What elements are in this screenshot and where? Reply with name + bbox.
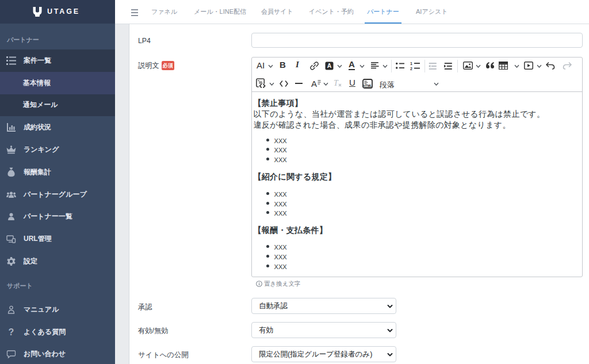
svg-text:T: T xyxy=(334,79,339,87)
svg-text:HTML: HTML xyxy=(363,83,372,87)
svg-text:2: 2 xyxy=(410,67,412,71)
svg-text:A: A xyxy=(311,79,317,88)
svg-text:1: 1 xyxy=(410,62,412,66)
svg-text:A: A xyxy=(327,62,332,69)
